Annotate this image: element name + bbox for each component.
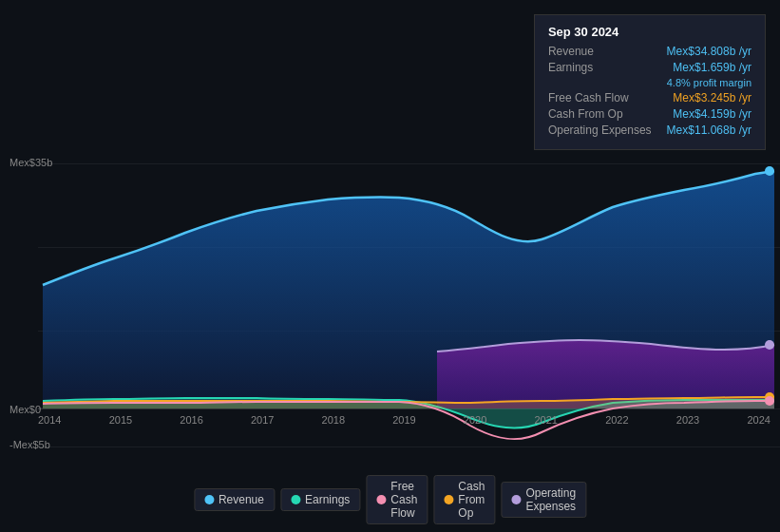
x-label-2021: 2021 bbox=[534, 414, 557, 426]
tooltip-value-opex: Mex$11.068b /yr bbox=[667, 124, 751, 137]
legend-label-earnings: Earnings bbox=[305, 493, 350, 506]
legend-label-fcf: Free Cash Flow bbox=[390, 480, 417, 520]
x-label-2016: 2016 bbox=[180, 414, 202, 426]
x-axis-labels: 2014 2015 2016 2017 2018 2019 2020 2021 … bbox=[38, 414, 770, 426]
svg-point-2 bbox=[765, 340, 774, 350]
x-label-2020: 2020 bbox=[464, 414, 486, 426]
svg-point-1 bbox=[765, 166, 774, 176]
tooltip-value-margin: 4.8% profit margin bbox=[657, 77, 751, 88]
tooltip-value-revenue: Mex$34.808b /yr bbox=[667, 45, 751, 58]
tooltip-label-fcf: Free Cash Flow bbox=[548, 91, 629, 104]
legend-dot-fcf bbox=[376, 495, 386, 504]
legend-item-revenue[interactable]: Revenue bbox=[194, 488, 275, 511]
tooltip-label-earnings: Earnings bbox=[548, 61, 593, 74]
legend-item-fcf[interactable]: Free Cash Flow bbox=[366, 475, 428, 524]
data-tooltip: Sep 30 2024 Revenue Mex$34.808b /yr Earn… bbox=[534, 14, 766, 150]
x-label-2023: 2023 bbox=[676, 414, 699, 426]
tooltip-date: Sep 30 2024 bbox=[548, 25, 751, 39]
legend-dot-opex bbox=[511, 495, 521, 504]
chart-legend: Revenue Earnings Free Cash Flow Cash Fro… bbox=[194, 475, 586, 524]
legend-item-opex[interactable]: Operating Expenses bbox=[501, 482, 586, 518]
tooltip-row-opex: Operating Expenses Mex$11.068b /yr bbox=[548, 124, 751, 137]
tooltip-label-cashfromop: Cash From Op bbox=[548, 107, 623, 121]
x-label-2024: 2024 bbox=[747, 414, 770, 426]
tooltip-value-cashfromop: Mex$4.159b /yr bbox=[673, 107, 751, 121]
tooltip-label-revenue: Revenue bbox=[548, 45, 594, 58]
legend-label-opex: Operating Expenses bbox=[525, 486, 576, 513]
legend-dot-cashfromop bbox=[444, 495, 453, 504]
legend-label-cashfromop: Cash From Op bbox=[458, 480, 485, 520]
x-label-2015: 2015 bbox=[109, 414, 132, 426]
tooltip-row-cashfromop: Cash From Op Mex$4.159b /yr bbox=[548, 107, 751, 121]
x-label-2022: 2022 bbox=[605, 414, 628, 426]
x-label-2014: 2014 bbox=[38, 414, 61, 426]
legend-item-earnings[interactable]: Earnings bbox=[280, 488, 360, 511]
tooltip-row-fcf: Free Cash Flow Mex$3.245b /yr bbox=[548, 91, 751, 104]
legend-dot-earnings bbox=[291, 495, 300, 504]
tooltip-label-opex: Operating Expenses bbox=[548, 124, 652, 137]
legend-item-cashfromop[interactable]: Cash From Op bbox=[433, 475, 495, 524]
svg-point-5 bbox=[765, 396, 774, 406]
x-label-2018: 2018 bbox=[322, 414, 345, 426]
tooltip-value-earnings: Mex$1.659b /yr bbox=[673, 61, 751, 74]
x-label-2017: 2017 bbox=[251, 414, 274, 426]
legend-label-revenue: Revenue bbox=[219, 493, 264, 506]
tooltip-value-fcf: Mex$3.245b /yr bbox=[673, 91, 751, 104]
tooltip-row-earnings: Earnings Mex$1.659b /yr bbox=[548, 61, 751, 74]
tooltip-row-revenue: Revenue Mex$34.808b /yr bbox=[548, 45, 751, 58]
legend-dot-revenue bbox=[204, 495, 214, 504]
tooltip-row-margin: 4.8% profit margin bbox=[548, 77, 751, 88]
x-label-2019: 2019 bbox=[392, 414, 415, 426]
